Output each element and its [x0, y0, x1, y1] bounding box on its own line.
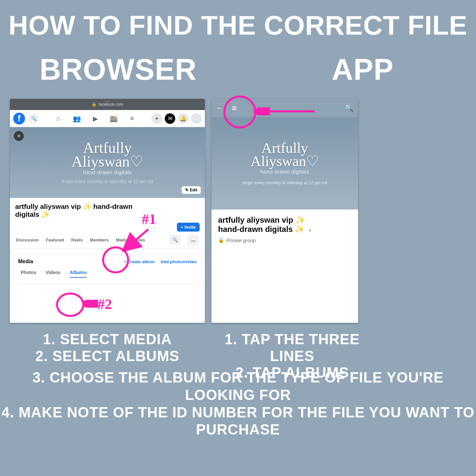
column-title-browser: BROWSER [40, 53, 197, 87]
group-header: artfully aliyswan vip ✨ hand-drawn digit… [10, 198, 205, 222]
subtab-photos[interactable]: Photos [21, 270, 36, 278]
app-brand-line2: Aliyswan♡ [251, 155, 319, 168]
media-section: Media + Create album Add photos/video Ph… [13, 254, 202, 284]
brand-line1: Artfully [83, 141, 132, 154]
app-brand-sub2: drops every monday & saturday at 12 pm c… [242, 180, 327, 185]
privacy-label: Private group [226, 238, 256, 243]
tab-search-icon[interactable]: 🔍 [169, 235, 181, 245]
app-screenshot: ← ≡ 🔍 Artfully Aliyswan♡ hand-drawn digi… [211, 99, 358, 323]
create-album-link[interactable]: + Create album [124, 259, 155, 264]
tab-more-icon[interactable]: … [188, 235, 199, 245]
edit-label: Edit [190, 188, 197, 192]
browser-grabber-icon: ••• [105, 99, 110, 103]
browser-address-bar: ••• 🔒 facebook.com [10, 99, 205, 110]
tab-reels[interactable]: Reels [71, 238, 83, 242]
instr-left-2: 2. SELECT ALBUMS [10, 348, 205, 365]
search-icon[interactable]: 🔍 [28, 113, 39, 124]
create-plus-icon[interactable]: + [152, 113, 162, 124]
tab-discussion[interactable]: Discussion [16, 238, 39, 242]
friends-icon[interactable]: 👥 [72, 115, 81, 123]
watch-icon[interactable]: ▶ [91, 115, 99, 123]
app-menu-lines-icon[interactable]: ≡ [232, 103, 237, 113]
instructions-left: 1. SELECT MEDIA 2. SELECT ALBUMS [10, 331, 205, 364]
instr-left-1: 1. SELECT MEDIA [10, 331, 205, 348]
add-photos-link[interactable]: Add photos/video [160, 259, 197, 264]
column-title-app: APP [332, 53, 394, 87]
notifications-icon[interactable]: 🔔 [178, 113, 188, 124]
svg-line-0 [126, 229, 148, 248]
tab-members[interactable]: Members [90, 238, 109, 242]
home-icon[interactable]: ⌂ [54, 115, 63, 123]
pencil-icon: ✎ [185, 188, 188, 192]
app-group-name-l1: artfully aliyswan vip ✨ [218, 215, 305, 224]
brand-line2: Aliyswan♡ [71, 155, 143, 168]
chevron-right-icon: › [309, 227, 311, 233]
app-search-icon[interactable]: 🔍 [345, 104, 353, 112]
invite-button[interactable]: + Invite [177, 223, 200, 232]
app-group-name-l2: hand-drawn digitals ✨ [218, 225, 305, 234]
media-heading: Media [18, 259, 33, 265]
app-group-cover: Artfully Aliyswan♡ hand-drawn digitals d… [211, 117, 358, 210]
messenger-icon[interactable]: ✉ [165, 113, 175, 124]
lock-icon: 🔒 [92, 102, 97, 107]
app-brand-sub1: hand-drawn digitals [260, 169, 309, 175]
instr-3: 3. CHOOSE THE ALBUM FOR THE TYPE OF FILE… [0, 369, 476, 404]
subtab-albums[interactable]: Albums [70, 270, 87, 278]
annotation-arrow-one [122, 227, 152, 254]
cover-menu-icon[interactable]: ≡ [14, 131, 24, 141]
instructions-wide: 3. CHOOSE THE ALBUM FOR THE TYPE OF FILE… [0, 369, 476, 438]
browser-screenshot: ••• 🔒 facebook.com f 🔍 ⌂ 👥 ▶ 🏬 ≡ + ✉ 🔔 ≡… [10, 99, 205, 323]
edit-cover-button[interactable]: ✎ Edit [182, 186, 201, 194]
lock-icon: 🔒 [218, 237, 224, 243]
back-arrow-icon[interactable]: ← [216, 104, 223, 112]
annotation-arrow-hamburger [254, 107, 316, 115]
facebook-nav: ⌂ 👥 ▶ 🏬 ≡ [42, 115, 148, 123]
tab-featured[interactable]: Featured [46, 238, 64, 242]
page-title: HOW TO FIND THE CORRECT FILE [0, 10, 476, 41]
annotation-arrow-two [82, 300, 99, 308]
group-cover: ≡ Artfully Aliyswan♡ hand-drawn digitals… [10, 127, 205, 198]
facebook-logo-icon[interactable]: f [13, 113, 25, 125]
app-group-header[interactable]: artfully aliyswan vip ✨ hand-drawn digit… [211, 210, 358, 249]
instr-right-1: 1. TAP THE THREE LINES [211, 331, 373, 364]
brand-sub1: hand-drawn digitals [83, 170, 132, 176]
group-name: artfully aliyswan vip ✨ hand-drawn digit… [15, 203, 140, 218]
subtab-videos[interactable]: Videos [45, 270, 61, 278]
facebook-topbar: f 🔍 ⌂ 👥 ▶ 🏬 ≡ + ✉ 🔔 [10, 110, 205, 127]
group-tabs: Discussion Featured Reels Members Media … [10, 222, 205, 249]
app-brand-line1: Artfully [262, 142, 308, 155]
menu-lines-icon[interactable]: ≡ [128, 115, 136, 123]
brand-sub2: drops every monday & saturday at 12 pm c… [62, 179, 153, 184]
marketplace-icon[interactable]: 🏬 [109, 115, 118, 123]
instr-4: 4. MAKE NOTE OF THE ID NUMBER FOR THE FI… [0, 404, 476, 439]
account-avatar-icon[interactable] [191, 113, 202, 124]
url-host: facebook.com [98, 102, 123, 107]
